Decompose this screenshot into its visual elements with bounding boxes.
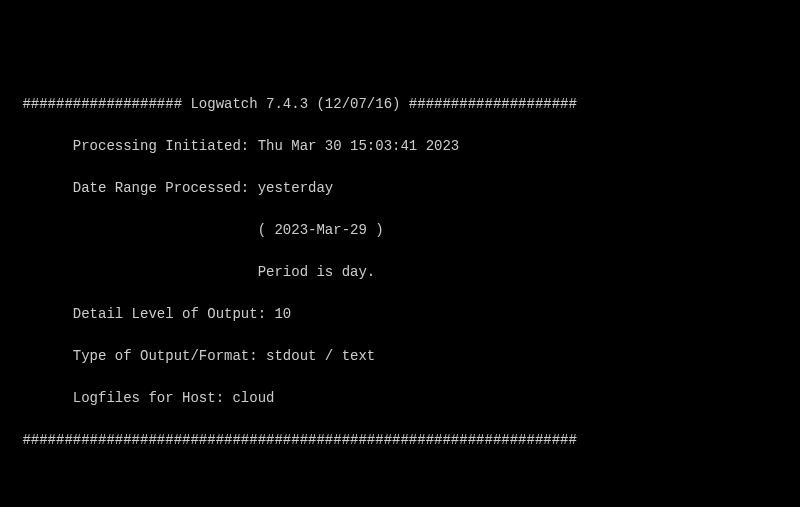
date-range-value: ( 2023-Mar-29 ) (14, 220, 786, 241)
output-format: Type of Output/Format: stdout / text (14, 346, 786, 367)
detail-level: Detail Level of Output: 10 (14, 304, 786, 325)
blank-line (14, 472, 786, 493)
date-range-processed: Date Range Processed: yesterday (14, 178, 786, 199)
logfiles-host: Logfiles for Host: cloud (14, 388, 786, 409)
logwatch-header-banner: ################### Logwatch 7.4.3 (12/0… (14, 94, 786, 115)
processing-initiated: Processing Initiated: Thu Mar 30 15:03:4… (14, 136, 786, 157)
period: Period is day. (14, 262, 786, 283)
header-hash-row: ########################################… (14, 430, 786, 451)
